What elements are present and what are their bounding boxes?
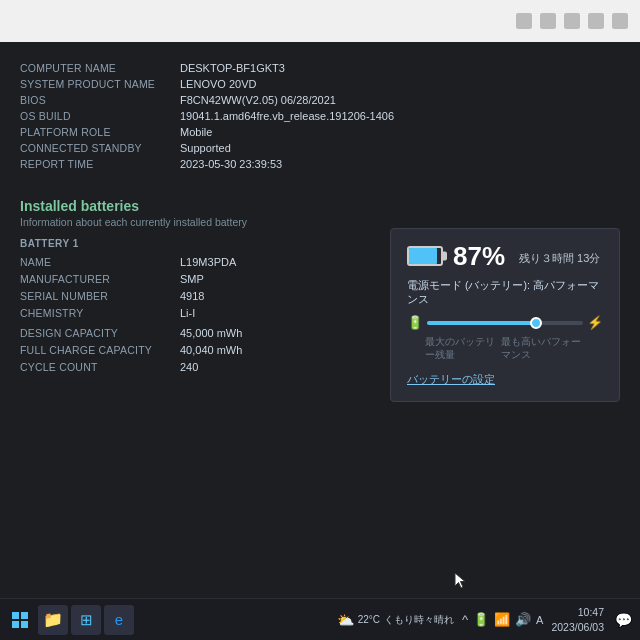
sysinfo-label: PLATFORM ROLE [20,124,180,140]
battery-tray-icon[interactable]: 🔋 [473,612,489,627]
battery-label: CYCLE COUNT [20,359,180,376]
top-bar [0,0,640,42]
battery-section: BATTERY 1 NAMEL19M3PDAMANUFACTURERSMPSER… [20,238,620,376]
slider-label-right: 最も高いパフォーマンス [501,336,585,362]
battery-time: 残り３時間 13分 [519,251,600,266]
battery-percent: 87% [453,243,505,269]
sysinfo-value: Mobile [180,124,620,140]
sysinfo-label: CONNECTED STANDBY [20,140,180,156]
battery-label: MANUFACTURER [20,270,180,287]
battery-label: FULL CHARGE CAPACITY [20,342,180,359]
battery-fill [409,248,437,264]
weather-desc: くもり時々晴れ [384,613,454,627]
battery-label: DESIGN CAPACITY [20,321,180,342]
slider-labels: 最大のバッテリー残量 最も高いパフォーマンス [407,336,603,362]
sysinfo-row: REPORT TIME2023-05-30 23:39:53 [20,156,620,172]
slider-label-left: 最大のバッテリー残量 [425,336,501,362]
chevron-up-icon[interactable]: ^ [462,612,468,627]
sysinfo-label: REPORT TIME [20,156,180,172]
batteries-subheading: Information about each currently install… [20,216,620,228]
sysinfo-label: BIOS [20,92,180,108]
battery-slider-track[interactable] [427,321,583,325]
sysinfo-row: PLATFORM ROLEMobile [20,124,620,140]
taskbar-clock[interactable]: 10:47 2023/06/03 [551,605,604,634]
sysinfo-value: F8CN42WW(V2.05) 06/28/2021 [180,92,620,108]
sysinfo-row: OS BUILD19041.1.amd64fre.vb_release.1912… [20,108,620,124]
ime-icon[interactable]: A [536,614,543,626]
sysinfo-row: COMPUTER NAMEDESKTOP-BF1GKT3 [20,60,620,76]
battery-slider-thumb[interactable] [530,317,542,329]
sysinfo-row: CONNECTED STANDBYSupported [20,140,620,156]
window-icon-1[interactable] [516,13,532,29]
battery-settings-link[interactable]: バッテリーの設定 [407,372,603,387]
battery-icon-right: ⚡ [587,315,603,330]
sysinfo-label: OS BUILD [20,108,180,124]
taskbar-app-edge[interactable]: e [104,605,134,635]
battery-slider-fill [427,321,536,325]
sysinfo-value: DESKTOP-BF1GKT3 [180,60,620,76]
window-icon-4[interactable] [588,13,604,29]
weather-icon: ⛅ [337,612,354,628]
main-content: COMPUTER NAMEDESKTOP-BF1GKT3SYSTEM PRODU… [0,42,640,598]
battery-icon-left: 🔋 [407,315,423,330]
window-icon-2[interactable] [540,13,556,29]
battery-icon-wrap [407,246,443,266]
sysinfo-value: Supported [180,140,620,156]
weather-temp: 22°C [358,614,380,625]
battery-popup-header: 87% 残り３時間 13分 [407,243,603,269]
volume-icon[interactable]: 🔊 [515,612,531,627]
battery-mode-label: 電源モード (バッテリー): 高パフォーマンス [407,279,603,307]
sysinfo-value: LENOVO 20VD [180,76,620,92]
network-icon[interactable]: 📶 [494,612,510,627]
notification-button[interactable]: 💬 [612,609,634,631]
battery-slider-row[interactable]: 🔋 ⚡ [407,315,603,330]
taskbar-app-store[interactable]: ⊞ [71,605,101,635]
taskbar-apps: 📁 ⊞ e [38,605,134,635]
battery-popup: 87% 残り３時間 13分 電源モード (バッテリー): 高パフォーマンス 🔋 … [390,228,620,402]
battery-label: NAME [20,253,180,270]
svg-rect-3 [21,621,28,628]
battery-mode-label-text: 電源モード (バッテリー): [407,279,530,291]
sysinfo-value: 19041.1.amd64fre.vb_release.191206-1406 [180,108,620,124]
battery-label: CHEMISTRY [20,304,180,321]
taskbar: 📁 ⊞ e ⛅ 22°C くもり時々晴れ ^ 🔋 📶 🔊 A 10:47 [0,598,640,640]
start-button[interactable] [6,606,34,634]
sysinfo-label: COMPUTER NAME [20,60,180,76]
taskbar-weather[interactable]: ⛅ 22°C くもり時々晴れ [337,612,454,628]
window-icon-5[interactable] [612,13,628,29]
batteries-heading: Installed batteries [20,198,620,214]
battery-label: SERIAL NUMBER [20,287,180,304]
window-icon-3[interactable] [564,13,580,29]
taskbar-time: 10:47 [551,605,604,620]
svg-rect-0 [12,612,19,619]
taskbar-app-files[interactable]: 📁 [38,605,68,635]
battery-icon [407,246,443,266]
sysinfo-label: SYSTEM PRODUCT NAME [20,76,180,92]
sysinfo-table: COMPUTER NAMEDESKTOP-BF1GKT3SYSTEM PRODU… [20,60,620,172]
sysinfo-row: SYSTEM PRODUCT NAMELENOVO 20VD [20,76,620,92]
notification-icon: 💬 [615,612,632,628]
svg-rect-2 [12,621,19,628]
taskbar-system-icons: ^ 🔋 📶 🔊 A [462,612,543,627]
taskbar-date: 2023/06/03 [551,620,604,635]
sysinfo-row: BIOSF8CN42WW(V2.05) 06/28/2021 [20,92,620,108]
svg-rect-1 [21,612,28,619]
sysinfo-value: 2023-05-30 23:39:53 [180,156,620,172]
